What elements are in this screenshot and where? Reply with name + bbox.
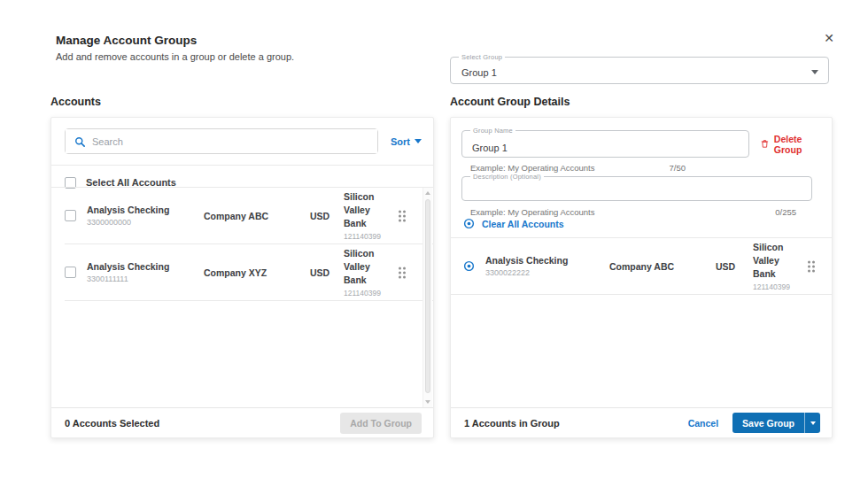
account-company: Company ABC xyxy=(609,261,716,272)
account-company: Company XYZ xyxy=(204,267,310,278)
account-name: Analysis Checking xyxy=(485,255,609,266)
account-currency: USD xyxy=(716,261,753,272)
group-name-helper-row: Example: My Operating Accounts 7/50 xyxy=(470,163,686,173)
sort-label: Sort xyxy=(391,136,410,147)
search-input-wrap xyxy=(65,128,378,154)
scroll-down-icon[interactable] xyxy=(425,400,430,404)
description-field: Description (Optional) xyxy=(461,176,812,201)
group-count: 1 Accounts in Group xyxy=(464,418,560,429)
description-helper: Example: My Operating Accounts xyxy=(470,207,594,217)
routing-number: 121140399 xyxy=(344,289,390,298)
group-name-input[interactable] xyxy=(462,131,748,157)
account-number: 3300022222 xyxy=(485,268,609,277)
routing-number: 121140399 xyxy=(753,282,799,291)
group-name-helper: Example: My Operating Accounts xyxy=(470,163,594,173)
group-account-row[interactable]: Analysis Checking 3300022222 Company ABC… xyxy=(451,238,832,294)
account-number: 3300111111 xyxy=(87,274,204,283)
group-footer: 1 Accounts in Group Cancel Save Group xyxy=(451,407,832,437)
group-select-value: Group 1 xyxy=(461,67,497,78)
accounts-panel: Sort Select All Accounts Analysis Checki… xyxy=(50,117,434,438)
account-checkbox[interactable] xyxy=(65,210,76,221)
page-title: Manage Account Groups xyxy=(56,34,197,47)
account-bank-cell: Silicon Valley Bank 121140399 xyxy=(344,190,390,240)
save-group-split-button: Save Group xyxy=(732,413,820,433)
chevron-down-icon xyxy=(810,421,816,425)
sort-button[interactable]: Sort xyxy=(391,136,422,147)
accounts-list: Analysis Checking 3300000000 Company ABC… xyxy=(51,188,433,407)
account-company: Company ABC xyxy=(204,211,310,221)
selected-count: 0 Accounts Selected xyxy=(65,418,159,429)
account-name: Analysis Checking xyxy=(87,205,204,215)
account-row[interactable]: Analysis Checking 3300000000 Company ABC… xyxy=(51,188,433,244)
accounts-footer: 0 Accounts Selected Add To Group xyxy=(51,407,433,437)
group-name-counter: 7/50 xyxy=(670,163,686,173)
delete-group-label: Delete Group xyxy=(774,134,821,155)
search-input[interactable] xyxy=(66,129,377,153)
description-label: Description (Optional) xyxy=(470,173,544,181)
drag-handle-icon[interactable] xyxy=(397,209,407,223)
account-name-cell: Analysis Checking 3300022222 xyxy=(485,255,609,277)
remove-account-button[interactable] xyxy=(463,260,475,272)
divider xyxy=(51,165,433,166)
delete-group-button[interactable]: Delete Group xyxy=(761,134,821,155)
chevron-down-icon xyxy=(415,139,422,143)
group-name-label: Group Name xyxy=(470,127,515,135)
scroll-up-icon[interactable] xyxy=(425,191,430,195)
divider xyxy=(65,300,433,301)
close-icon[interactable]: ✕ xyxy=(820,29,838,47)
account-name: Analysis Checking xyxy=(87,261,204,272)
routing-number: 121140399 xyxy=(344,232,390,241)
cancel-button[interactable]: Cancel xyxy=(688,418,718,429)
bank-name: Silicon Valley Bank xyxy=(344,247,390,286)
page-subtitle: Add and remove accounts in a group or de… xyxy=(56,51,294,62)
account-bank-cell: Silicon Valley Bank 121140399 xyxy=(344,247,390,297)
drag-handle-icon[interactable] xyxy=(397,266,407,280)
save-group-menu-button[interactable] xyxy=(804,413,820,433)
group-select[interactable]: Select Group Group 1 xyxy=(450,57,829,84)
clear-all-label: Clear All Accounts xyxy=(482,219,564,229)
search-icon xyxy=(74,135,87,149)
drag-handle-icon[interactable] xyxy=(806,259,817,274)
clear-all-accounts-button[interactable]: Clear All Accounts xyxy=(463,218,564,229)
accounts-heading: Accounts xyxy=(50,96,101,108)
bank-name: Silicon Valley Bank xyxy=(753,241,799,280)
description-counter: 0/255 xyxy=(775,207,796,217)
scrollbar[interactable] xyxy=(422,188,432,407)
account-currency: USD xyxy=(310,211,344,221)
account-number: 3300000000 xyxy=(87,218,204,227)
trash-icon xyxy=(761,138,769,150)
remove-circle-icon xyxy=(463,218,475,229)
group-details-panel: Group Name Delete Group Example: My Oper… xyxy=(450,117,833,438)
bank-name: Silicon Valley Bank xyxy=(344,190,390,229)
group-name-field: Group Name xyxy=(461,130,749,158)
save-group-button[interactable]: Save Group xyxy=(732,413,804,433)
account-name-cell: Analysis Checking 3300111111 xyxy=(87,261,204,283)
chevron-down-icon xyxy=(811,70,818,74)
group-details-heading: Account Group Details xyxy=(450,96,570,108)
remove-circle-icon xyxy=(463,260,475,272)
add-to-group-button[interactable]: Add To Group xyxy=(340,413,422,434)
account-checkbox[interactable] xyxy=(65,267,76,278)
account-currency: USD xyxy=(310,267,344,278)
description-helper-row: Example: My Operating Accounts 0/255 xyxy=(470,207,796,217)
divider xyxy=(451,294,832,295)
account-row[interactable]: Analysis Checking 3300111111 Company XYZ… xyxy=(51,244,433,300)
account-name-cell: Analysis Checking 3300000000 xyxy=(87,205,204,227)
group-select-label: Select Group xyxy=(459,53,505,61)
scrollbar-thumb[interactable] xyxy=(425,199,430,393)
account-bank-cell: Silicon Valley Bank 121140399 xyxy=(753,241,799,290)
